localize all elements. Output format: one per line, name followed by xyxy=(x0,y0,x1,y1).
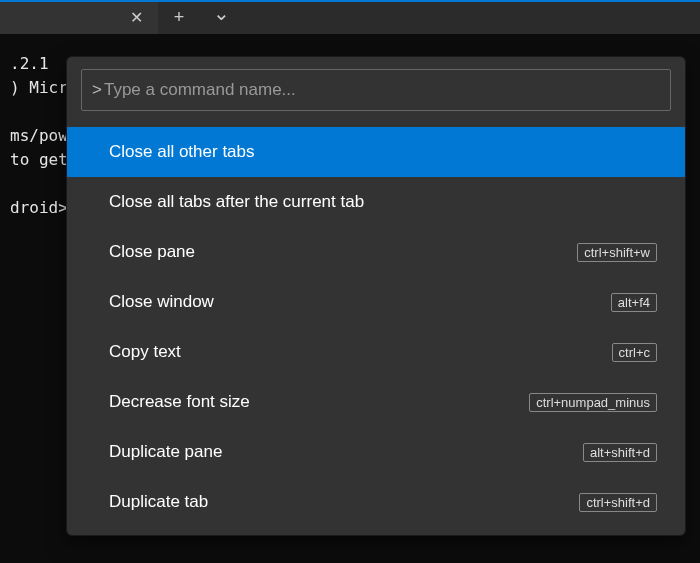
command-label: Duplicate pane xyxy=(109,442,222,462)
command-item[interactable]: Decrease font size ctrl+numpad_minus xyxy=(67,377,685,427)
close-icon: ✕ xyxy=(130,8,143,27)
command-label: Close all tabs after the current tab xyxy=(109,192,364,212)
active-tab[interactable]: ✕ xyxy=(0,0,158,34)
command-item[interactable]: Copy text ctrl+c xyxy=(67,327,685,377)
plus-icon: + xyxy=(174,7,185,28)
command-item[interactable]: Close window alt+f4 xyxy=(67,277,685,327)
command-list: Close all other tabs Close all tabs afte… xyxy=(67,127,685,527)
tab-dropdown-button[interactable]: ⌄ xyxy=(200,0,242,34)
titlebar-accent xyxy=(0,0,700,2)
command-shortcut: alt+shift+d xyxy=(583,443,657,462)
command-label: Decrease font size xyxy=(109,392,250,412)
command-item[interactable]: Duplicate pane alt+shift+d xyxy=(67,427,685,477)
command-label: Close window xyxy=(109,292,214,312)
command-label: Close pane xyxy=(109,242,195,262)
search-prefix: > xyxy=(92,80,102,100)
command-search[interactable]: > xyxy=(81,69,671,111)
command-item[interactable]: Duplicate tab ctrl+shift+d xyxy=(67,477,685,527)
command-shortcut: ctrl+numpad_minus xyxy=(529,393,657,412)
titlebar: ✕ + ⌄ xyxy=(0,0,700,34)
command-search-input[interactable] xyxy=(104,80,660,100)
command-item[interactable]: Close pane ctrl+shift+w xyxy=(67,227,685,277)
close-tab-button[interactable]: ✕ xyxy=(122,3,150,31)
command-item[interactable]: Close all other tabs xyxy=(67,127,685,177)
command-shortcut: ctrl+shift+w xyxy=(577,243,657,262)
command-label: Close all other tabs xyxy=(109,142,255,162)
command-palette: > Close all other tabs Close all tabs af… xyxy=(66,56,686,536)
command-shortcut: alt+f4 xyxy=(611,293,657,312)
command-label: Copy text xyxy=(109,342,181,362)
new-tab-button[interactable]: + xyxy=(158,0,200,34)
command-shortcut: ctrl+shift+d xyxy=(579,493,657,512)
command-item[interactable]: Close all tabs after the current tab xyxy=(67,177,685,227)
command-shortcut: ctrl+c xyxy=(612,343,657,362)
command-label: Duplicate tab xyxy=(109,492,208,512)
chevron-down-icon: ⌄ xyxy=(213,1,230,25)
